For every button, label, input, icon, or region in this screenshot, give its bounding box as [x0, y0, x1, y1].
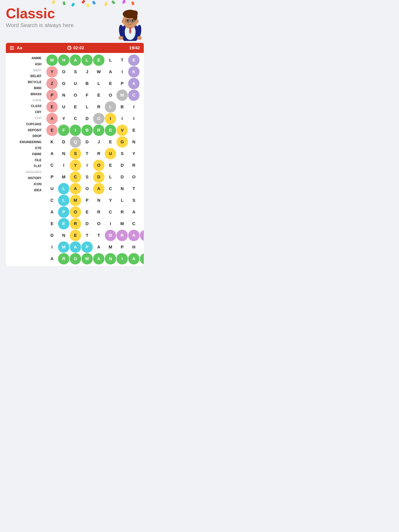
grid-cell[interactable]: A: [93, 253, 104, 265]
grid-cell[interactable]: S: [140, 230, 144, 241]
grid-cell[interactable]: T: [93, 230, 104, 241]
grid-cell[interactable]: L: [105, 171, 116, 183]
grid-cell[interactable]: O: [105, 89, 116, 101]
grid-cell[interactable]: N: [58, 148, 69, 159]
grid-cell[interactable]: L: [81, 55, 93, 66]
grid-cell[interactable]: C: [105, 206, 116, 218]
grid-cell[interactable]: C: [46, 195, 58, 206]
grid-cell[interactable]: F: [140, 136, 144, 148]
grid-cell[interactable]: R: [93, 125, 104, 136]
grid-cell[interactable]: P: [81, 195, 93, 206]
grid-cell[interactable]: C: [70, 171, 81, 183]
grid-cell[interactable]: I: [46, 241, 58, 253]
grid-cell[interactable]: A: [70, 55, 81, 66]
grid-cell[interactable]: D: [81, 218, 93, 229]
grid-cell[interactable]: C: [128, 218, 140, 229]
grid-cell[interactable]: A: [128, 230, 140, 241]
grid-cell[interactable]: B: [105, 230, 116, 241]
grid-cell[interactable]: R: [70, 218, 81, 229]
grid-cell[interactable]: N: [116, 183, 128, 194]
grid-cell[interactable]: N: [58, 89, 69, 101]
grid-cell[interactable]: N: [58, 230, 69, 241]
grid-cell[interactable]: B: [81, 125, 93, 136]
grid-cell[interactable]: T: [116, 55, 128, 66]
grid-cell[interactable]: S: [128, 195, 140, 206]
grid-cell[interactable]: Y: [128, 148, 140, 159]
grid-cell[interactable]: I: [105, 218, 116, 229]
grid-cell[interactable]: S: [70, 66, 81, 77]
grid-cell[interactable]: L: [140, 55, 144, 66]
grid-container[interactable]: WHALELTELFGYOSJWAIKIENZGUBLEPAFEIPNOFEOM…: [45, 53, 144, 266]
grid-cell[interactable]: E: [140, 171, 144, 183]
word-grid[interactable]: WHALELTELFGYOSJWAIKIENZGUBLEPAFEIPNOFEOM…: [46, 55, 142, 265]
grid-cell[interactable]: L: [58, 183, 69, 194]
grid-cell[interactable]: O: [70, 253, 81, 265]
grid-cell[interactable]: C: [128, 89, 140, 101]
grid-cell[interactable]: W: [46, 55, 58, 66]
grid-cell[interactable]: N: [93, 195, 104, 206]
grid-cell[interactable]: N: [140, 183, 144, 194]
grid-cell[interactable]: O: [81, 183, 93, 194]
grid-cell[interactable]: U: [105, 148, 116, 159]
grid-cell[interactable]: I: [105, 113, 116, 124]
grid-cell[interactable]: Z: [140, 206, 144, 218]
grid-cell[interactable]: D: [116, 171, 128, 183]
grid-cell[interactable]: T: [140, 89, 144, 101]
grid-cell[interactable]: S: [140, 218, 144, 229]
grid-cell[interactable]: H: [58, 55, 69, 66]
grid-cell[interactable]: E: [46, 218, 58, 229]
grid-cell[interactable]: E: [140, 125, 144, 136]
grid-cell[interactable]: C: [140, 160, 144, 171]
grid-cell[interactable]: E: [105, 125, 116, 136]
grid-cell[interactable]: I: [140, 66, 144, 77]
grid-cell[interactable]: D: [93, 171, 104, 183]
grid-cell[interactable]: A: [46, 253, 58, 265]
grid-cell[interactable]: F: [58, 125, 69, 136]
grid-cell[interactable]: Y: [70, 160, 81, 171]
grid-cell[interactable]: I: [58, 160, 69, 171]
grid-cell[interactable]: A: [46, 148, 58, 159]
grid-cell[interactable]: A: [46, 206, 58, 218]
grid-cell[interactable]: N: [140, 253, 144, 265]
grid-cell[interactable]: E: [93, 55, 104, 66]
grid-cell[interactable]: U: [70, 78, 81, 89]
grid-cell[interactable]: Q: [70, 136, 81, 148]
grid-cell[interactable]: M: [105, 241, 116, 253]
grid-cell[interactable]: R: [140, 101, 144, 113]
grid-cell[interactable]: I: [70, 125, 81, 136]
grid-cell[interactable]: L: [93, 78, 104, 89]
grid-cell[interactable]: A: [93, 241, 104, 253]
grid-cell[interactable]: S: [116, 148, 128, 159]
grid-cell[interactable]: J: [93, 136, 104, 148]
grid-cell[interactable]: E: [105, 160, 116, 171]
grid-cell[interactable]: D: [46, 230, 58, 241]
grid-cell[interactable]: O: [70, 206, 81, 218]
grid-cell[interactable]: Z: [140, 148, 144, 159]
grid-cell[interactable]: E: [46, 101, 58, 113]
grid-cell[interactable]: E: [46, 125, 58, 136]
grid-cell[interactable]: Z: [46, 78, 58, 89]
grid-cell[interactable]: D: [81, 136, 93, 148]
grid-cell[interactable]: L: [105, 55, 116, 66]
grid-cell[interactable]: G: [116, 136, 128, 148]
grid-cell[interactable]: R: [93, 206, 104, 218]
grid-cell[interactable]: G: [58, 78, 69, 89]
grid-cell[interactable]: K: [46, 136, 58, 148]
grid-cell[interactable]: A: [128, 206, 140, 218]
grid-cell[interactable]: E: [58, 218, 69, 229]
grid-cell[interactable]: M: [116, 89, 128, 101]
grid-cell[interactable]: S: [70, 148, 81, 159]
grid-cell[interactable]: R: [93, 148, 104, 159]
grid-cell[interactable]: P: [46, 171, 58, 183]
grid-cell[interactable]: N: [128, 136, 140, 148]
grid-cell[interactable]: P: [46, 89, 58, 101]
grid-cell[interactable]: I: [81, 160, 93, 171]
grid-cell[interactable]: D: [81, 113, 93, 124]
grid-cell[interactable]: T: [81, 148, 93, 159]
grid-cell[interactable]: W: [93, 66, 104, 77]
grid-cell[interactable]: M: [70, 195, 81, 206]
grid-cell[interactable]: Y: [46, 66, 58, 77]
grid-cell[interactable]: A: [70, 183, 81, 194]
grid-cell[interactable]: O: [93, 218, 104, 229]
grid-cell[interactable]: E: [70, 101, 81, 113]
